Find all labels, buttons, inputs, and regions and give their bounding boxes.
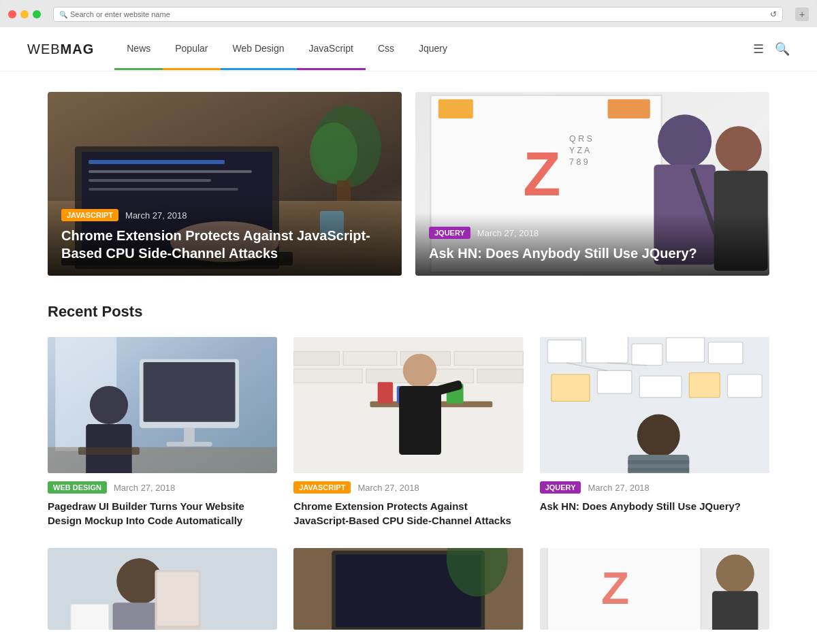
svg-rect-42 bbox=[454, 351, 523, 365]
minimize-button[interactable] bbox=[20, 10, 29, 18]
post-image-wrap-1 bbox=[48, 337, 277, 473]
hero-meta-2: JQUERY March 27, 2018 bbox=[429, 227, 756, 239]
site-logo[interactable]: WEBMAG bbox=[27, 42, 94, 57]
nav-css[interactable]: Css bbox=[366, 27, 406, 71]
svg-rect-20 bbox=[438, 99, 473, 118]
svg-point-22 bbox=[658, 114, 711, 168]
svg-rect-65 bbox=[727, 374, 762, 398]
logo-bold: MAG bbox=[61, 42, 95, 57]
post-image-6: Z bbox=[540, 548, 769, 630]
svg-rect-56 bbox=[547, 340, 582, 363]
post-title-3: Ask HN: Does Anybody Still Use JQuery? bbox=[540, 499, 769, 513]
post-category-2: JAVASCRIPT bbox=[293, 481, 351, 494]
hero-category-1: JAVASCRIPT bbox=[61, 209, 118, 221]
post-image-wrap-3 bbox=[540, 337, 769, 473]
post-image-2 bbox=[293, 337, 523, 473]
nav-actions: ☰ 🔍 bbox=[753, 42, 790, 57]
post-card-5[interactable] bbox=[293, 548, 523, 638]
svg-rect-7 bbox=[89, 188, 238, 191]
nav-webdesign[interactable]: Web Design bbox=[221, 27, 297, 71]
svg-rect-43 bbox=[293, 369, 362, 383]
maximize-button[interactable] bbox=[33, 10, 41, 18]
svg-rect-31 bbox=[184, 428, 195, 443]
svg-text:Y Z A: Y Z A bbox=[569, 146, 590, 155]
post-card-4[interactable] bbox=[48, 548, 277, 638]
post-image-wrap-2 bbox=[293, 337, 523, 473]
hero-date-2: March 27, 2018 bbox=[477, 228, 539, 238]
nav-popular[interactable]: Popular bbox=[163, 27, 220, 71]
svg-text:Q R S: Q R S bbox=[569, 134, 592, 144]
menu-icon[interactable]: ☰ bbox=[753, 42, 764, 57]
post-meta-2: JAVASCRIPT March 27, 2018 bbox=[293, 481, 523, 494]
post-date-1: March 27, 2018 bbox=[114, 483, 175, 493]
post-title-1: Pagedraw UI Builder Turns Your Website D… bbox=[48, 499, 277, 528]
svg-point-34 bbox=[90, 386, 128, 424]
address-bar[interactable]: 🔍 Search or enter website name ↺ bbox=[53, 7, 783, 22]
website-content: WEBMAG News Popular Web Design JavaScrip… bbox=[0, 27, 817, 644]
new-tab-button[interactable]: + bbox=[795, 7, 809, 21]
hero-category-2: JQUERY bbox=[429, 227, 470, 239]
svg-rect-63 bbox=[639, 376, 682, 397]
nav-jquery[interactable]: Jquery bbox=[406, 27, 460, 71]
svg-rect-44 bbox=[366, 369, 408, 383]
svg-text:7 8 9: 7 8 9 bbox=[569, 157, 588, 167]
post-meta-1: WEB DESIGN March 27, 2018 bbox=[48, 481, 277, 494]
recent-posts-heading: Recent Posts bbox=[48, 303, 769, 321]
hero-date-1: March 27, 2018 bbox=[125, 210, 187, 221]
post-category-3: JQUERY bbox=[540, 481, 581, 494]
posts-grid: WEB DESIGN March 27, 2018 Pagedraw UI Bu… bbox=[48, 337, 769, 528]
svg-point-68 bbox=[637, 414, 679, 457]
svg-rect-6 bbox=[89, 179, 211, 182]
browser-window: 🔍 Search or enter website name ↺ + WEBMA… bbox=[0, 0, 817, 644]
post-card-3[interactable]: JQUERY March 27, 2018 Ask HN: Does Anybo… bbox=[540, 337, 769, 528]
nav-javascript[interactable]: JavaScript bbox=[297, 27, 366, 71]
address-placeholder: Search or enter website name bbox=[70, 10, 170, 18]
svg-rect-36 bbox=[78, 447, 140, 455]
svg-point-86 bbox=[716, 554, 754, 592]
svg-rect-71 bbox=[628, 468, 689, 472]
svg-rect-77 bbox=[157, 572, 199, 626]
post-card-6[interactable]: Z bbox=[540, 548, 769, 638]
svg-rect-58 bbox=[632, 344, 662, 365]
svg-rect-48 bbox=[378, 382, 393, 403]
svg-rect-78 bbox=[71, 604, 109, 630]
post-card-2[interactable]: JAVASCRIPT March 27, 2018 Chrome Extensi… bbox=[293, 337, 523, 528]
svg-point-10 bbox=[310, 123, 357, 184]
browser-titlebar: 🔍 Search or enter website name ↺ + bbox=[0, 7, 817, 27]
post-image-1 bbox=[48, 337, 277, 473]
posts-grid-row2: Z bbox=[48, 548, 769, 638]
close-button[interactable] bbox=[8, 10, 16, 18]
reload-icon[interactable]: ↺ bbox=[770, 10, 777, 19]
svg-rect-5 bbox=[89, 170, 252, 173]
post-image-4 bbox=[48, 548, 277, 630]
main-content: JAVASCRIPT March 27, 2018 Chrome Extensi… bbox=[34, 71, 783, 644]
search-icon[interactable]: 🔍 bbox=[775, 42, 790, 57]
svg-rect-61 bbox=[551, 374, 590, 401]
svg-rect-32 bbox=[166, 442, 212, 447]
svg-rect-60 bbox=[708, 342, 743, 364]
hero-overlay-1: JAVASCRIPT March 27, 2018 Chrome Extensi… bbox=[48, 195, 402, 276]
svg-rect-52 bbox=[399, 386, 441, 455]
nav-news[interactable]: News bbox=[114, 27, 163, 71]
post-image-3 bbox=[540, 337, 769, 473]
post-category-1: WEB DESIGN bbox=[48, 481, 107, 494]
svg-rect-57 bbox=[586, 337, 628, 363]
hero-title-1: Chrome Extension Protects Against JavaSc… bbox=[61, 227, 388, 262]
hero-card-2[interactable]: Z Q R S Y Z A 7 8 9 bbox=[415, 92, 769, 276]
post-image-wrap-6: Z bbox=[540, 548, 769, 630]
svg-rect-59 bbox=[666, 338, 704, 362]
post-card-1[interactable]: WEB DESIGN March 27, 2018 Pagedraw UI Bu… bbox=[48, 337, 277, 528]
hero-card-1[interactable]: JAVASCRIPT March 27, 2018 Chrome Extensi… bbox=[48, 92, 402, 276]
svg-rect-39 bbox=[293, 351, 339, 365]
post-meta-3: JQUERY March 27, 2018 bbox=[540, 481, 769, 494]
hero-grid: JAVASCRIPT March 27, 2018 Chrome Extensi… bbox=[48, 92, 769, 276]
svg-rect-4 bbox=[89, 160, 225, 164]
svg-rect-21 bbox=[608, 99, 650, 118]
nav-links: News Popular Web Design JavaScript Css J… bbox=[114, 27, 753, 71]
post-image-5 bbox=[293, 548, 523, 630]
svg-text:Z: Z bbox=[601, 562, 629, 613]
svg-point-25 bbox=[716, 126, 762, 172]
navigation: WEBMAG News Popular Web Design JavaScrip… bbox=[0, 27, 817, 71]
post-image-wrap-5 bbox=[293, 548, 523, 630]
svg-point-51 bbox=[403, 354, 436, 387]
